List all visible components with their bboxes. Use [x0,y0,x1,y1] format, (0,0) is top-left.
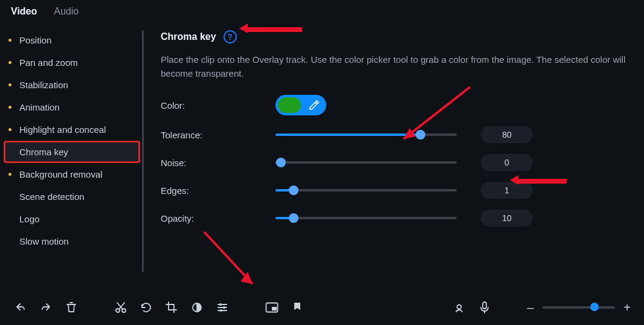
edges-label: Edges: [161,185,275,196]
edges-slider[interactable] [275,185,457,196]
redo-icon[interactable] [36,298,56,317]
svg-point-12 [457,305,462,309]
noise-label: Noise: [161,158,275,168]
eyedropper-icon [308,99,320,111]
sidebar-item-label: Position [19,35,51,45]
undo-icon[interactable] [11,298,30,317]
chroma-key-panel: Chroma key ? Place the clip onto the Ove… [144,21,644,291]
sidebar-item-pan-and-zoom[interactable]: Pan and zoom [4,51,140,74]
sidebar-item-slow-motion[interactable]: Slow motion [4,230,140,253]
svg-point-8 [223,306,225,309]
crop-icon[interactable] [162,298,181,317]
panel-description: Place the clip onto the Overlay track. U… [161,53,627,80]
sidebar-item-label: Pan and zoom [19,57,78,68]
tolerance-value[interactable]: 80 [481,126,533,143]
sidebar-item-label: Logo [19,214,39,224]
opacity-value[interactable]: 10 [481,210,533,227]
sidebar-item-label: Stabilization [19,80,68,90]
edges-value[interactable]: 1 [481,182,533,199]
main-area: Position Pan and zoom Stabilization Anim… [0,21,644,291]
color-label: Color: [161,100,275,111]
sidebar-item-scene-detection[interactable]: Scene detection [4,185,140,208]
bottom-toolbar: – + [0,291,644,324]
svg-point-7 [219,303,222,306]
sidebar-item-stabilization[interactable]: Stabilization [4,74,140,96]
panel-title: Chroma key [161,31,216,42]
color-swatch [278,97,301,113]
pip-icon[interactable] [262,298,282,317]
delete-icon[interactable] [62,298,81,317]
sidebar-item-chroma-key[interactable]: Chroma key [4,141,140,163]
sidebar-item-logo[interactable]: Logo [4,208,140,230]
sidebar-item-label: Animation [19,102,60,112]
noise-slider[interactable] [275,157,457,168]
svg-marker-3 [240,272,253,284]
record-icon[interactable] [449,298,469,317]
svg-rect-13 [483,302,486,309]
sidebar-item-label: Background removal [19,169,103,179]
sidebar-item-label: Scene detection [19,191,85,202]
tab-video[interactable]: Video [11,6,37,17]
sidebar-item-background-removal[interactable]: Background removal [4,163,140,185]
sidebar-item-highlight-and-conceal[interactable]: Highlight and conceal [4,118,140,141]
tab-audio[interactable]: Audio [54,6,79,17]
sidebar-item-label: Slow motion [19,236,69,246]
sidebar-item-label: Highlight and conceal [19,124,106,135]
svg-rect-11 [272,307,277,311]
zoom-out-button[interactable]: – [524,301,536,315]
noise-value[interactable]: 0 [481,154,533,171]
cut-icon[interactable] [111,298,130,317]
help-icon[interactable]: ? [224,30,237,43]
svg-point-9 [220,309,222,312]
rotate-icon[interactable] [137,298,156,317]
zoom-in-button[interactable]: + [621,301,633,315]
annotation-arrow [198,226,265,292]
sidebar: Position Pan and zoom Stabilization Anim… [0,21,144,291]
tolerance-label: Tolerance: [161,130,275,140]
tolerance-slider[interactable] [275,129,457,140]
zoom-control: – + [524,301,633,315]
marker-icon[interactable] [288,298,307,317]
zoom-slider[interactable] [543,306,615,309]
sidebar-item-position[interactable]: Position [4,29,140,51]
opacity-slider[interactable] [275,213,457,224]
opacity-label: Opacity: [161,213,275,224]
top-tabs: Video Audio [0,0,644,21]
color-picker-button[interactable] [275,95,326,115]
sidebar-item-label: Chroma key [19,147,68,157]
sidebar-item-animation[interactable]: Animation [4,96,140,118]
svg-line-2 [204,232,253,284]
color-adjust-icon[interactable] [187,298,207,317]
sliders-icon[interactable] [213,298,232,317]
mic-icon[interactable] [475,298,494,317]
